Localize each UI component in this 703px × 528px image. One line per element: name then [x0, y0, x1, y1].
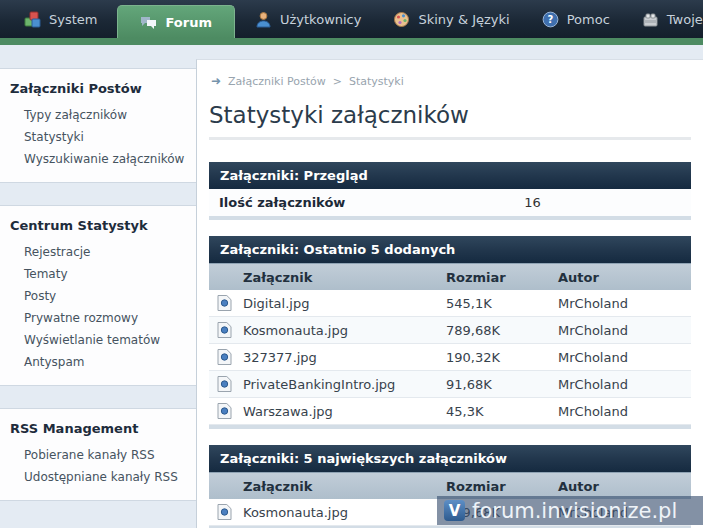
system-cubes-icon — [24, 11, 41, 28]
nav-label: Skiny & Języki — [418, 12, 509, 27]
attachment-name[interactable]: Kosmonauta.jpg — [243, 505, 446, 520]
sidebar-item-attachment-types[interactable]: Typy załączników — [0, 104, 196, 126]
active-tab-strip — [0, 38, 703, 45]
nav-label: System — [49, 12, 97, 27]
sidebar-item-private-conversations[interactable]: Prywatne rozmowy — [0, 307, 196, 329]
invisionize-logo-icon: V — [444, 500, 465, 521]
table-row: Digital.jpg 545,1K MrCholand — [209, 290, 691, 317]
sidebar-item-rss-export[interactable]: Udostępniane kanały RSS — [0, 466, 196, 488]
table-row: Warszawa.jpg 45,3K MrCholand — [209, 398, 691, 425]
sidebar-section-title: RSS Management — [0, 419, 196, 444]
attachment-size: 545,1K — [446, 296, 558, 311]
forum-chat-icon — [140, 14, 157, 31]
sidebar-item-topic-views[interactable]: Wyświetlanie tematów — [0, 329, 196, 351]
column-attachment: Załącznik — [243, 479, 446, 494]
sidebar-item-rss-import[interactable]: Pobierane kanały RSS — [0, 444, 196, 466]
image-file-icon — [209, 376, 243, 392]
attachment-name[interactable]: Warszawa.jpg — [243, 404, 446, 419]
table-bottom-band — [209, 425, 691, 429]
attachment-author: MrCholand — [558, 377, 691, 392]
nav-item-skins-languages[interactable]: Skiny & Języki — [377, 0, 525, 38]
nav-label: Twoje Aplikacje — [667, 12, 703, 27]
page-body: Załączniki Postów Typy załączników Staty… — [0, 45, 703, 528]
breadcrumb-link-attachments[interactable]: Załączniki Postów — [228, 75, 326, 88]
image-file-icon — [209, 403, 243, 419]
top-navigation: System Forum Użytkownicy Skiny & Języki … — [0, 0, 703, 38]
column-size: Rozmiar — [446, 479, 558, 494]
attachment-size: 789,68K — [446, 323, 558, 338]
sidebar-section-rss: RSS Management Pobierane kanały RSS Udos… — [0, 408, 196, 501]
attachment-count-label: Ilość załączników — [209, 195, 374, 210]
sidebar-section-stats-center: Centrum Statystyk Rejestracje Tematy Pos… — [0, 205, 196, 386]
help-question-icon: ? — [542, 11, 559, 28]
column-header-row: Załącznik Rozmiar Autor — [209, 472, 691, 499]
nav-item-your-applications[interactable]: Twoje Aplikacje — [626, 0, 703, 38]
sidebar-item-posts[interactable]: Posty — [0, 285, 196, 307]
table-bottom-band — [209, 216, 691, 220]
main-content: ➜ Załączniki Postów > Statystyki Statyst… — [196, 59, 703, 528]
attachment-author: MrCholand — [558, 404, 691, 419]
attachment-name[interactable]: 327377.jpg — [243, 350, 446, 365]
attachment-count-value: 16 — [374, 195, 691, 210]
breadcrumb-current: Statystyki — [349, 75, 404, 88]
attachment-size: 190,32K — [446, 350, 558, 365]
breadcrumb: ➜ Załączniki Postów > Statystyki — [209, 74, 691, 88]
nav-item-help[interactable]: ? Pomoc — [526, 0, 626, 38]
overview-table: Załączniki: Przegląd Ilość załączników 1… — [209, 162, 691, 220]
image-file-icon — [209, 349, 243, 365]
attachment-size: 91,68K — [446, 377, 558, 392]
sidebar-item-topics[interactable]: Tematy — [0, 263, 196, 285]
column-attachment: Załącznik — [243, 270, 446, 285]
sidebar-item-statistics[interactable]: Statystyki — [0, 126, 196, 148]
image-file-icon — [209, 504, 243, 520]
attachment-author: MrCholand — [558, 296, 691, 311]
image-file-icon — [209, 322, 243, 338]
svg-text:?: ? — [547, 14, 553, 25]
attachment-name[interactable]: PrivateBankingIntro.jpg — [243, 377, 446, 392]
nav-item-users[interactable]: Użytkownicy — [239, 0, 377, 38]
page-title: Statystyki załączników — [209, 102, 691, 140]
sidebar-section-title: Załączniki Postów — [0, 79, 196, 104]
nav-item-forum[interactable]: Forum — [117, 5, 235, 38]
nav-item-system[interactable]: System — [8, 0, 113, 38]
palette-icon — [393, 11, 410, 28]
breadcrumb-separator: > — [333, 75, 342, 88]
attachment-size: 45,3K — [446, 404, 558, 419]
overview-table-header: Załączniki: Przegląd — [209, 162, 691, 189]
user-icon — [255, 11, 272, 28]
applications-package-icon — [642, 11, 659, 28]
attachment-name[interactable]: Digital.jpg — [243, 296, 446, 311]
nav-label: Pomoc — [567, 12, 610, 27]
column-header-row: Załącznik Rozmiar Autor — [209, 263, 691, 290]
breadcrumb-arrow-icon: ➜ — [211, 74, 221, 88]
attachment-author: MrCholand — [558, 323, 691, 338]
largest-table-header: Załączniki: 5 największych załączników — [209, 445, 691, 472]
recent-table-header: Załączniki: Ostatnio 5 dodanych — [209, 236, 691, 263]
sidebar-item-attachment-search[interactable]: Wyszukiwanie załączników — [0, 148, 196, 170]
sidebar-section-attachments: Załączniki Postów Typy załączników Staty… — [0, 68, 196, 183]
sidebar-item-antispam[interactable]: Antyspam — [0, 351, 196, 373]
column-size: Rozmiar — [446, 270, 558, 285]
column-author: Autor — [558, 270, 691, 285]
nav-label: Użytkownicy — [280, 12, 361, 27]
nav-label: Forum — [165, 15, 212, 30]
sidebar-section-title: Centrum Statystyk — [0, 216, 196, 241]
attachment-author: MrCholand — [558, 350, 691, 365]
table-row: Ilość załączników 16 — [209, 189, 691, 216]
sidebar-item-registrations[interactable]: Rejestracje — [0, 241, 196, 263]
table-row: 327377.jpg 190,32K MrCholand — [209, 344, 691, 371]
table-row: PrivateBankingIntro.jpg 91,68K MrCholand — [209, 371, 691, 398]
sidebar: Załączniki Postów Typy załączników Staty… — [0, 45, 196, 528]
site-watermark: V forum.invisionize.pl — [437, 496, 703, 525]
watermark-text: forum.invisionize.pl — [472, 499, 677, 523]
column-author: Autor — [558, 479, 691, 494]
table-row: Kosmonauta.jpg 789,68K MrCholand — [209, 317, 691, 344]
attachment-name[interactable]: Kosmonauta.jpg — [243, 323, 446, 338]
image-file-icon — [209, 295, 243, 311]
recent-attachments-table: Załączniki: Ostatnio 5 dodanych Załączni… — [209, 236, 691, 429]
